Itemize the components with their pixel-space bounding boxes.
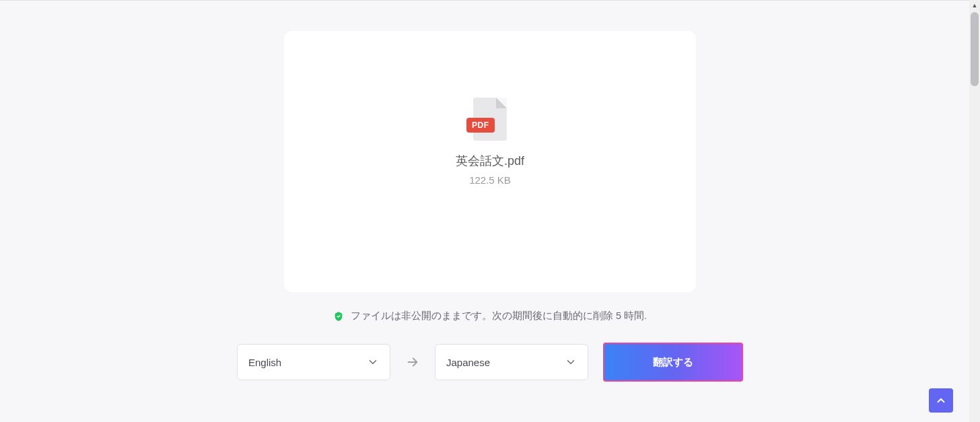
target-language-select[interactable]: Japanese (435, 344, 588, 380)
chevron-down-icon (565, 356, 577, 368)
pdf-badge: PDF (466, 118, 495, 133)
file-preview-card: PDF 英会話文.pdf 122.5 KB (284, 31, 696, 292)
source-language-label: English (248, 357, 281, 368)
target-language-label: Japanese (446, 357, 490, 368)
translate-button-label: 翻訳する (653, 356, 693, 369)
scrollbar-thumb[interactable] (971, 12, 979, 86)
translation-controls: English Japanese 翻訳する (237, 343, 743, 382)
shield-check-icon (333, 311, 344, 322)
chevron-down-icon (367, 356, 379, 368)
document-fold-icon (496, 98, 507, 108)
privacy-text: ファイルは非公開のままです。次の期間後に自動的に削除 5 時間. (351, 310, 647, 322)
privacy-notice: ファイルは非公開のままです。次の期間後に自動的に削除 5 時間. (333, 310, 647, 322)
arrow-right-icon (405, 355, 420, 370)
top-divider (0, 0, 980, 1)
file-name: 英会話文.pdf (456, 153, 524, 169)
scrollbar-arrow-up-icon[interactable]: ▲ (969, 0, 980, 11)
chevron-up-icon (935, 394, 947, 407)
translate-button[interactable]: 翻訳する (603, 343, 743, 382)
main-content: PDF 英会話文.pdf 122.5 KB ファイルは非公開のままです。次の期間… (0, 0, 980, 382)
source-language-select[interactable]: English (237, 344, 390, 380)
file-icon: PDF (473, 98, 507, 141)
scroll-to-top-button[interactable] (929, 388, 953, 413)
scrollbar[interactable]: ▲ (969, 0, 980, 422)
file-size: 122.5 KB (469, 174, 511, 186)
